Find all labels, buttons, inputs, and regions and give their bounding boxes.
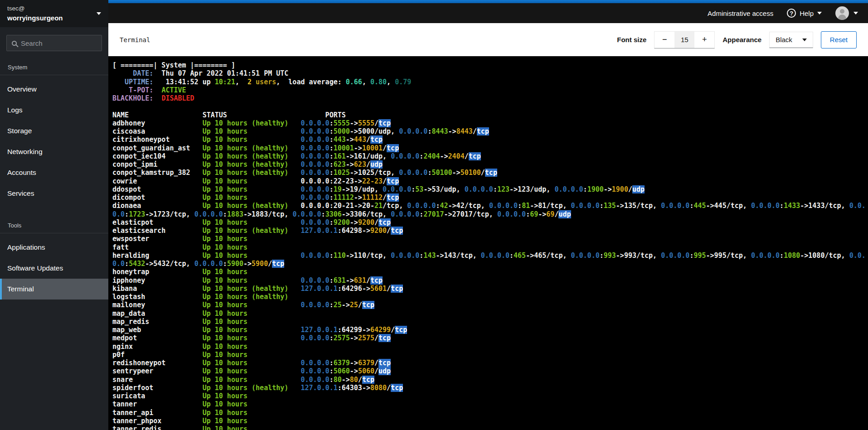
- terminal-line: ddospot Up 10 hours 0.0.0.0:19->19/udp, …: [112, 185, 868, 193]
- terminal-line: elasticsearch Up 10 hours (healthy) 127.…: [112, 227, 868, 235]
- search-wrap: Search: [0, 27, 108, 54]
- terminal-line: conpot_guardian_ast Up 10 hours (healthy…: [112, 144, 868, 152]
- terminal-line: redishoneypot Up 10 hours 0.0.0.0:6379->…: [112, 359, 868, 367]
- font-size-label: Font size: [617, 36, 646, 43]
- terminal-output[interactable]: [ ========| System |======== ] DATE: Thu…: [108, 56, 868, 430]
- session-caret-icon: [853, 12, 858, 14]
- session-menu[interactable]: [835, 6, 858, 20]
- sidebar-item-networking[interactable]: Networking: [0, 141, 108, 162]
- terminal-line: ewsposter Up 10 hours: [112, 235, 868, 243]
- section-label: System: [0, 59, 108, 75]
- sidebar-item-services[interactable]: Services: [0, 183, 108, 204]
- administrative-access-label: Administrative access: [708, 10, 773, 17]
- terminal-line: UPTIME: 13:41:52 up 10:21, 2 users, load…: [112, 78, 868, 86]
- terminal-line: 0.0:5432->5432/tcp, 0.0.0.0:5900->5900/t…: [112, 260, 868, 268]
- help-menu[interactable]: ? Help: [787, 9, 822, 18]
- user-menu-host[interactable]: tsec@ worryingsurgeon: [0, 0, 108, 27]
- appearance-select[interactable]: Black: [769, 32, 813, 48]
- terminal-line: mailoney Up 10 hours 0.0.0.0:25->25/tcp: [112, 301, 868, 309]
- username: tsec@: [7, 4, 97, 13]
- terminal-line: ciscoasa Up 10 hours 0.0.0.0:5000->5000/…: [112, 127, 868, 135]
- search-placeholder: Search: [21, 39, 43, 47]
- terminal-line: T-POT: ACTIVE: [112, 86, 868, 94]
- font-size-stepper: − 15 +: [654, 31, 715, 48]
- terminal-line: adbhoney Up 10 hours (healthy) 0.0.0.0:5…: [112, 119, 868, 127]
- avatar: [835, 6, 849, 20]
- appearance-value: Black: [776, 36, 792, 43]
- terminal-line: tanner_api Up 10 hours: [112, 409, 868, 417]
- terminal-toolbar: Terminal Font size − 15 + Appearance Bla…: [108, 23, 868, 56]
- masthead: Administrative access ? Help: [108, 3, 868, 23]
- terminal-line: dionaea Up 10 hours (healthy) 0.0.0.0:20…: [112, 202, 868, 210]
- sidebar-item-overview[interactable]: Overview: [0, 79, 108, 100]
- sidebar: tsec@ worryingsurgeon Search SystemOverv…: [0, 0, 108, 430]
- terminal-line: medpot Up 10 hours 0.0.0.0:2575->2575/tc…: [112, 334, 868, 342]
- terminal-line: ipphoney Up 10 hours 0.0.0.0:631->631/tc…: [112, 276, 868, 285]
- terminal-line: spiderfoot Up 10 hours (healthy) 127.0.0…: [112, 384, 868, 392]
- font-size-increase-button[interactable]: +: [694, 32, 714, 48]
- sidebar-nav: SystemOverviewLogsStorageNetworkingAccou…: [0, 54, 108, 300]
- terminal-line: p0f Up 10 hours: [112, 351, 868, 359]
- hostname-block: tsec@ worryingsurgeon: [7, 4, 97, 23]
- font-size-decrease-button[interactable]: −: [655, 32, 674, 48]
- terminal-line: NAME STATUS PORTS: [112, 111, 868, 119]
- sidebar-item-accounts[interactable]: Accounts: [0, 162, 108, 183]
- font-size-value: 15: [674, 32, 694, 48]
- sidebar-item-storage[interactable]: Storage: [0, 121, 108, 141]
- terminal-line: sentrypeer Up 10 hours 0.0.0.0:5060->506…: [112, 367, 868, 375]
- terminal-line: dicompot Up 10 hours 0.0.0.0:11112->1111…: [112, 193, 868, 202]
- terminal-line: tanner_redis Up 10 hours: [112, 425, 868, 430]
- help-label: Help: [800, 10, 814, 17]
- host-caret-icon: [97, 12, 101, 15]
- terminal-line: map_data Up 10 hours: [112, 309, 868, 318]
- terminal-line: 0.0:1723->1723/tcp, 0.0.0.0:1883->1883/t…: [112, 210, 868, 218]
- appearance-caret-icon: [802, 39, 807, 41]
- nav-section-tools: ToolsApplicationsSoftware UpdatesTermina…: [0, 217, 108, 300]
- main-area: Administrative access ? Help Terminal Fo…: [108, 0, 868, 430]
- terminal-line: heralding Up 10 hours 0.0.0.0:110->110/t…: [112, 251, 868, 260]
- section-label: Tools: [0, 217, 108, 233]
- reset-button[interactable]: Reset: [821, 31, 857, 48]
- appearance-label: Appearance: [723, 36, 761, 43]
- hostname: worryingsurgeon: [7, 13, 97, 23]
- terminal-line: BLACKHOLE: DISABLED: [112, 94, 868, 102]
- toolbar-controls: Font size − 15 + Appearance Black Reset: [617, 31, 857, 48]
- terminal-line: citrixhoneypot Up 10 hours 0.0.0.0:443->…: [112, 135, 868, 144]
- brand-accent-strip: [108, 0, 868, 3]
- terminal-line: conpot_iec104 Up 10 hours (healthy) 0.0.…: [112, 152, 868, 160]
- terminal-line: conpot_ipmi Up 10 hours (healthy) 0.0.0.…: [112, 160, 868, 169]
- terminal-line: logstash Up 10 hours (healthy): [112, 293, 868, 301]
- terminal-line: snare Up 10 hours 0.0.0.0:80->80/tcp: [112, 376, 868, 384]
- terminal-line: [112, 102, 868, 111]
- terminal-line: tanner_phpox Up 10 hours: [112, 417, 868, 425]
- terminal-line: map_web Up 10 hours 127.0.0.1:64299->642…: [112, 326, 868, 334]
- sidebar-item-logs[interactable]: Logs: [0, 100, 108, 121]
- sidebar-item-applications[interactable]: Applications: [0, 237, 108, 258]
- sidebar-item-terminal[interactable]: Terminal: [0, 279, 108, 300]
- terminal-line: kibana Up 10 hours (healthy) 127.0.0.1:6…: [112, 285, 868, 293]
- nav-section-system: SystemOverviewLogsStorageNetworkingAccou…: [0, 59, 108, 204]
- terminal-line: honeytrap Up 10 hours: [112, 268, 868, 276]
- terminal-line: tanner Up 10 hours: [112, 400, 868, 408]
- terminal-line: DATE: Thu 07 Apr 2022 01:41:51 PM UTC: [112, 69, 868, 77]
- search-input[interactable]: Search: [6, 35, 102, 51]
- terminal-line: nginx Up 10 hours: [112, 343, 868, 351]
- page-title: Terminal: [120, 36, 150, 43]
- terminal-line: map_redis Up 10 hours: [112, 318, 868, 326]
- search-icon: [12, 41, 17, 46]
- help-icon: ?: [787, 9, 796, 18]
- terminal-line: conpot_kamstrup_382 Up 10 hours (healthy…: [112, 169, 868, 177]
- sidebar-item-software-updates[interactable]: Software Updates: [0, 258, 108, 279]
- terminal-line: suricata Up 10 hours: [112, 392, 868, 400]
- terminal-line: fatt Up 10 hours: [112, 243, 868, 251]
- terminal-line: elasticpot Up 10 hours 0.0.0.0:9200->920…: [112, 218, 868, 227]
- terminal-line: cowrie Up 10 hours 0.0.0.0:22-23->22-23/…: [112, 177, 868, 185]
- help-caret-icon: [817, 12, 822, 14]
- terminal-line: [ ========| System |======== ]: [112, 61, 868, 69]
